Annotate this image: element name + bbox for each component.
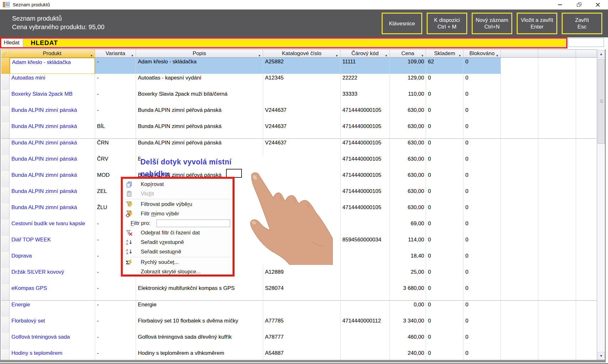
cell-carovy[interactable]: 4714440000105 xyxy=(340,187,390,204)
cell-carovy[interactable]: 4714440000112 xyxy=(340,317,390,333)
cell-katalog[interactable]: V244637 xyxy=(263,122,340,139)
cell-varianta[interactable]: - xyxy=(95,106,136,123)
cell-katalog[interactable]: S28074 xyxy=(263,284,340,301)
row-selector[interactable] xyxy=(1,203,10,220)
menu-item-show-hidden-columns[interactable]: Zobrazit skryté sloupce... xyxy=(123,267,232,277)
cell-cena[interactable]: 630,00 xyxy=(390,155,426,171)
cell-katalog[interactable]: V244637 xyxy=(263,106,340,123)
cell-produkt[interactable]: Autoatlas mini xyxy=(10,74,95,90)
cell-skladem[interactable]: 0 xyxy=(426,349,463,360)
insert-and-close-button[interactable]: Vložit a zavřítEnter xyxy=(517,13,557,34)
cell-carovy[interactable]: 4714440000105 xyxy=(340,106,390,123)
row-selector[interactable] xyxy=(1,236,10,252)
row-selector[interactable] xyxy=(1,349,10,360)
menu-item-quick-sum[interactable]: Σ Rychlý součet... xyxy=(123,258,232,267)
cell-carovy[interactable]: 8594560000034 xyxy=(340,236,390,252)
cell-carovy[interactable]: 33333 xyxy=(340,90,390,106)
cell-cena[interactable]: 630,00 xyxy=(390,122,426,139)
search-input[interactable] xyxy=(23,39,566,47)
cell-popis[interactable]: Florbalový set 10 florbalek s dvěma míčk… xyxy=(136,317,263,333)
cell-katalog[interactable]: A78777 xyxy=(263,333,340,349)
row-selector[interactable] xyxy=(1,106,10,123)
cell-popis[interactable]: Bunda ALPIN zimní péřová pánská xyxy=(136,122,263,139)
cell-popis[interactable]: Energie xyxy=(136,301,263,317)
cell-popis[interactable]: Boxerky Slavia 2pack muži bílá/černá xyxy=(136,90,263,106)
cell-skladem[interactable]: 0 xyxy=(426,236,463,252)
cell-carovy[interactable] xyxy=(340,268,390,284)
menu-item-filter-excluding-selection[interactable]: Filtr mimo výběr xyxy=(123,209,232,219)
cell-carovy[interactable]: 4714440000105 xyxy=(340,139,390,155)
cell-produkt[interactable]: Bunda ALPIN zimní pánská xyxy=(10,122,95,139)
cell-produkt[interactable]: Hodiny s teploměrem xyxy=(10,349,95,360)
cell-katalog[interactable]: A77785 xyxy=(263,317,340,333)
cell-blokovano[interactable]: 0 xyxy=(463,139,501,155)
cell-carovy[interactable]: 4714440000105 xyxy=(340,122,390,139)
cell-skladem[interactable]: 0 xyxy=(426,301,463,317)
cell-blokovano[interactable]: 0 xyxy=(463,171,501,188)
cell-blokovano[interactable]: 0 xyxy=(463,333,501,349)
cell-cena[interactable]: 25,00 xyxy=(390,268,426,284)
cell-varianta[interactable]: - xyxy=(95,333,136,349)
cell-carovy[interactable] xyxy=(340,333,390,349)
row-selector[interactable] xyxy=(1,268,10,284)
scroll-down-icon[interactable]: ▼ xyxy=(598,352,605,360)
cell-produkt[interactable]: eKompas GPS xyxy=(10,284,95,301)
filter-dropdown-icon[interactable]: ▼ xyxy=(90,52,93,58)
cell-blokovano[interactable]: 0 xyxy=(463,90,501,106)
cell-cena[interactable]: 240,00 xyxy=(390,349,426,360)
cell-blokovano[interactable]: 0 xyxy=(463,74,501,90)
cell-produkt[interactable]: Bunda ALPIN zimní pánská xyxy=(10,139,95,155)
cell-popis[interactable]: Bunda ALPIN zimní péřová pánská xyxy=(136,139,263,155)
cell-skladem[interactable]: 0 xyxy=(426,317,463,333)
cell-cena[interactable]: 109,00 xyxy=(390,58,426,74)
cell-popis[interactable]: Bunda ALPIN zimní péřová pánská xyxy=(136,106,263,123)
cell-varianta[interactable]: - xyxy=(95,90,136,106)
new-record-button[interactable]: Nový záznamCtrl+N xyxy=(472,13,512,34)
cell-cena[interactable]: 630,00 xyxy=(390,203,426,220)
cell-katalog[interactable]: A25882 xyxy=(263,58,340,74)
cell-carovy[interactable]: 4714440000105 xyxy=(340,203,390,220)
row-selector[interactable] xyxy=(1,220,10,236)
cell-katalog[interactable]: A12345 xyxy=(263,74,340,90)
cell-popis[interactable]: Hodiny s teploměrem a vlhkoměrem xyxy=(136,349,263,360)
row-selector[interactable] xyxy=(1,139,10,155)
cell-katalog[interactable] xyxy=(263,90,340,106)
cell-varianta[interactable]: ČRV xyxy=(95,155,136,171)
column-header-katalog[interactable]: Katalogové číslo▼ xyxy=(263,50,340,58)
row-selector[interactable] xyxy=(1,155,10,171)
scroll-up-icon[interactable]: ▲ xyxy=(598,50,605,58)
cell-carovy[interactable]: 22222 xyxy=(340,74,390,90)
menu-item-filter-by-selection[interactable]: Filtrovat podle výběru xyxy=(123,200,232,209)
cell-cena[interactable]: 3 680,00 xyxy=(390,284,426,301)
column-header-varianta[interactable]: Varianta▼ xyxy=(95,50,136,58)
cell-varianta[interactable]: - xyxy=(95,349,136,360)
cell-cena[interactable]: 630,00 xyxy=(390,106,426,123)
cell-skladem[interactable]: 0 xyxy=(426,155,463,171)
row-selector[interactable] xyxy=(1,58,10,74)
cell-varianta[interactable]: - xyxy=(95,74,136,90)
filter-dropdown-icon[interactable]: ▼ xyxy=(258,52,261,58)
filter-dropdown-icon[interactable]: ▼ xyxy=(335,52,338,58)
row-selector[interactable] xyxy=(1,122,10,139)
filter-dropdown-icon[interactable]: ▼ xyxy=(458,52,461,58)
cell-katalog[interactable]: A54887 xyxy=(263,349,340,360)
cell-varianta[interactable]: ČRN xyxy=(95,139,136,155)
cell-produkt[interactable]: Boxerky Slavia 2pack MB xyxy=(10,90,95,106)
menu-item-sort-ascending[interactable]: AZ Seřadit vzestupně xyxy=(123,238,232,247)
cell-produkt[interactable]: Energie xyxy=(10,301,95,317)
select-all-corner[interactable] xyxy=(1,50,10,58)
cell-carovy[interactable]: 11111 xyxy=(340,58,390,74)
row-selector[interactable] xyxy=(1,74,10,90)
cell-blokovano[interactable]: 0 xyxy=(463,268,501,284)
cell-blokovano[interactable]: 0 xyxy=(463,187,501,204)
cell-katalog[interactable] xyxy=(263,301,340,317)
cell-blokovano[interactable]: 0 xyxy=(463,203,501,220)
close-button[interactable]: ZavřítEsc xyxy=(562,13,602,34)
cell-blokovano[interactable]: 0 xyxy=(463,236,501,252)
cell-skladem[interactable]: 0 xyxy=(426,139,463,155)
cell-skladem[interactable]: 0 xyxy=(426,333,463,349)
column-header-carovy[interactable]: Čárový kód▼ xyxy=(340,50,390,58)
cell-cena[interactable]: 3 340,00 xyxy=(390,317,426,333)
cell-skladem[interactable]: 0 xyxy=(426,122,463,139)
secondary-search-input[interactable] xyxy=(568,38,604,47)
